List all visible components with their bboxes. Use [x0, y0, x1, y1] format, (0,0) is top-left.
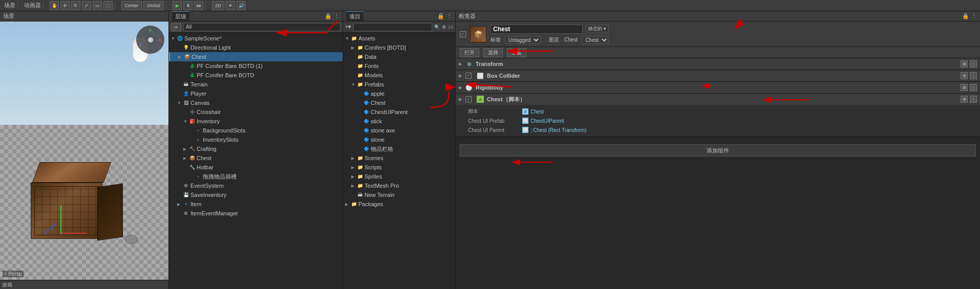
tree-expand-arrow[interactable]: ▼ [351, 82, 356, 87]
project-search-input[interactable] [353, 23, 432, 31]
hierarchy-item[interactable]: ▶ 📦 Chest [169, 153, 343, 163]
hierarchy-more-icon[interactable]: ⋮ [334, 13, 339, 19]
transform-settings-btn[interactable]: ⚙ [961, 60, 968, 68]
project-lock-icon[interactable]: 🔒 [437, 13, 444, 19]
step-btn[interactable]: ⏭ [194, 1, 203, 10]
hierarchy-item[interactable]: ▼ 🎒 Inventory [169, 117, 343, 126]
project-item[interactable]: ▼ 📁 Prefabs [343, 80, 455, 89]
tree-expand-arrow[interactable]: ▼ [177, 101, 182, 105]
project-item[interactable]: ▶ 📁 Packages [343, 199, 455, 209]
transform-more-btn[interactable]: ⋮ [970, 60, 977, 68]
project-icon1[interactable]: 🔍 [434, 25, 440, 30]
project-item[interactable]: 🏔 New Terrain [343, 190, 455, 199]
audio-btn[interactable]: 🔊 [237, 1, 246, 10]
hierarchy-item[interactable]: ▶ 📦 Chest [169, 52, 343, 61]
object-name-field[interactable] [491, 25, 583, 34]
scene-tab[interactable]: 场景 [3, 12, 14, 20]
rigidbody-more-btn[interactable]: ⋮ [970, 84, 977, 91]
inspector-more-icon[interactable]: ⋮ [971, 13, 977, 19]
tree-expand-arrow[interactable]: ▼ [345, 36, 350, 41]
hierarchy-item[interactable]: ▼ 🖼 Canvas [169, 98, 343, 107]
rotate-tool[interactable]: ↻ [71, 1, 80, 10]
hierarchy-item[interactable]: 🏔 Terrain [169, 80, 343, 89]
transform-header[interactable]: ▶ ⊕ Transform ⚙ ⋮ [456, 58, 980, 70]
add-component-btn[interactable]: 添加组件 [460, 144, 976, 157]
hierarchy-item[interactable]: ▶ 🔨 Crafting [169, 144, 343, 153]
hierarchy-item[interactable]: ▶ 🔹 Item [169, 199, 343, 209]
animator-label[interactable]: 动画器 [24, 2, 41, 9]
static-badge[interactable]: 静态的 ▾ [586, 25, 609, 33]
tree-expand-arrow[interactable]: ▶ [178, 55, 183, 59]
project-item[interactable]: ▶ 📁 Sprites [343, 172, 455, 181]
project-item[interactable]: 📁 Models [343, 71, 455, 80]
override-prefab-btn[interactable]: 覆盖 [507, 48, 526, 57]
project-item[interactable]: 🔷 apple [343, 89, 455, 98]
project-icon2[interactable]: ⚙ [442, 25, 446, 30]
hierarchy-tab[interactable]: 层级 [172, 11, 189, 21]
box-collider-more-btn[interactable]: ⋮ [970, 72, 977, 79]
box-collider-settings-btn[interactable]: ⚙ [961, 72, 968, 79]
project-add-btn[interactable]: +▾ [345, 24, 351, 30]
tree-expand-arrow[interactable]: ▶ [351, 184, 356, 188]
lighting-btn[interactable]: ☀ [226, 1, 235, 10]
pause-btn[interactable]: ⏸ [183, 1, 193, 10]
project-item[interactable]: ▶ 📁 Scenes [343, 153, 455, 163]
project-item[interactable]: ▶ 📁 Scripts [343, 163, 455, 172]
tree-expand-arrow[interactable]: ▶ [183, 156, 188, 161]
hierarchy-item[interactable]: 🔧 Hotbar [169, 163, 343, 172]
tree-expand-arrow[interactable]: ▶ [351, 156, 356, 161]
tree-expand-arrow[interactable]: ▶ [345, 202, 350, 207]
hierarchy-search-input[interactable] [183, 23, 340, 31]
box-collider-header[interactable]: ▶ ✓ ⬜ Box Collider ⚙ ⋮ [456, 70, 980, 81]
rect-tool[interactable]: ▭ [93, 1, 102, 10]
tree-expand-arrow[interactable]: ▶ [351, 46, 356, 50]
project-item[interactable]: ▶ 📁 TextMesh Pro [343, 181, 455, 190]
hierarchy-item[interactable]: 💾 SaveInventory [169, 190, 343, 199]
move-tool[interactable]: ✛ [60, 1, 70, 10]
2d-btn[interactable]: 2D [212, 1, 224, 10]
hierarchy-item[interactable]: 👤 Player [169, 89, 343, 98]
project-item[interactable]: 📁 Data [343, 52, 455, 61]
project-item[interactable]: 📁 Fonts [343, 61, 455, 71]
inspector-lock-icon[interactable]: 🔒 [962, 13, 969, 19]
hierarchy-item[interactable]: ⚙ ItemEventManager [169, 209, 343, 218]
chest-script-more-btn[interactable]: ⋮ [970, 96, 977, 103]
chest-script-settings-btn[interactable]: ⚙ [961, 96, 968, 103]
layer-select[interactable]: Chest [582, 36, 609, 44]
project-tab[interactable]: 项目 [346, 11, 364, 21]
game-tab-label[interactable]: 游戏 [2, 281, 12, 288]
play-btn[interactable]: ▶ [173, 1, 182, 10]
project-item[interactable]: 🔷 Chest [343, 98, 455, 107]
hierarchy-item[interactable]: 🌲 PF Conifer Bare BOTD (1) [169, 61, 343, 71]
hierarchy-lock-icon[interactable]: 🔒 [325, 13, 332, 19]
rigidbody-header[interactable]: ▶ ⚪ Rigidbody ⚙ ⋮ [456, 82, 980, 93]
multi-tool[interactable]: ⬚ [103, 1, 113, 10]
hierarchy-item[interactable]: ⚙ EventSystem [169, 181, 343, 190]
project-item[interactable]: 🔷 stone [343, 135, 455, 144]
hand-tool[interactable]: ✋ [50, 1, 59, 10]
object-active-checkbox[interactable]: ✓ [460, 31, 466, 37]
center-btn[interactable]: Center [121, 1, 142, 10]
project-item[interactable]: 🔷 stone axe [343, 126, 455, 135]
hierarchy-add-btn[interactable]: + [171, 23, 181, 31]
chest-script-checkbox[interactable]: ✓ [465, 96, 472, 102]
hierarchy-item[interactable]: 🌲 PF Conifer Bare BOTD [169, 71, 343, 80]
tag-select[interactable]: Untagged [505, 36, 541, 44]
project-item[interactable]: 🔷 stick [343, 117, 455, 126]
select-prefab-btn[interactable]: 选择 [483, 48, 503, 57]
tree-expand-arrow[interactable]: ▶ [351, 174, 356, 179]
hierarchy-item[interactable]: ▼ 🌐 SampleScene* [169, 34, 343, 43]
project-item[interactable]: ▶ 📁 Conifers [BOTD] [343, 43, 455, 52]
tree-expand-arrow[interactable]: ▶ [183, 147, 188, 151]
open-prefab-btn[interactable]: 打开 [460, 48, 479, 57]
hierarchy-item[interactable]: ➕ Crosshair [169, 107, 343, 117]
project-item[interactable]: 🔷 ChestUIParent [343, 107, 455, 117]
hierarchy-item[interactable]: ▫ BackgroundSlots [169, 126, 343, 135]
project-item[interactable]: 🔷 物品栏格 [343, 144, 455, 153]
tree-expand-arrow[interactable]: ▼ [183, 119, 188, 124]
tree-expand-arrow[interactable]: ▶ [177, 202, 182, 207]
hierarchy-item[interactable]: ▫ 拖拽物品插槽 [169, 172, 343, 181]
box-collider-checkbox[interactable]: ✓ [465, 73, 472, 79]
project-item[interactable]: ▼ 📁 Assets [343, 34, 455, 43]
hierarchy-item[interactable]: ▫ InventorySlots [169, 135, 343, 144]
